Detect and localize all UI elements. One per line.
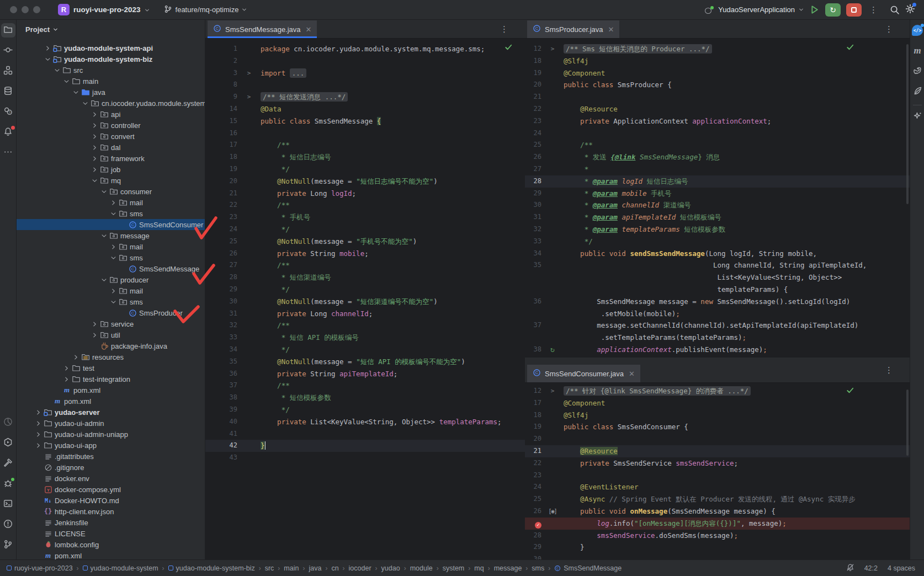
code-line[interactable]: 20public class SmsProducer { bbox=[525, 79, 910, 91]
line-number[interactable] bbox=[525, 308, 541, 320]
code-line[interactable]: 17@Component bbox=[525, 397, 910, 409]
tree-item-lombok.config[interactable]: lombok.config bbox=[17, 539, 205, 550]
tree-item-test-integration[interactable]: test-integration bbox=[17, 374, 205, 385]
breadcrumb-item[interactable]: yudao-module-system-biz bbox=[168, 564, 255, 572]
chevron-right-icon[interactable] bbox=[34, 409, 43, 415]
chevron-right-icon[interactable] bbox=[34, 431, 43, 438]
line-number[interactable]: 32 bbox=[525, 223, 541, 236]
code-line[interactable]: .setMobile(mobile); bbox=[525, 308, 910, 320]
tree-item-convert[interactable]: convert bbox=[17, 131, 205, 142]
close-window-icon[interactable] bbox=[10, 6, 17, 13]
line-number[interactable]: 31 bbox=[525, 211, 541, 223]
rerun-button[interactable]: ↻ bbox=[825, 3, 841, 17]
tree-item-package-info.java[interactable]: package-info.java bbox=[17, 340, 205, 351]
code-line[interactable]: 23 bbox=[525, 470, 910, 482]
code-line[interactable]: 27 /** bbox=[205, 259, 525, 271]
event-listener-icon[interactable]: [◉] bbox=[548, 508, 556, 514]
line-number[interactable]: 22 bbox=[525, 103, 541, 115]
editor-options-icon[interactable]: ⋮ bbox=[500, 24, 508, 34]
search-everywhere-icon[interactable] bbox=[890, 5, 900, 15]
line-number[interactable]: 35 bbox=[205, 356, 237, 368]
line-number[interactable]: 26 bbox=[205, 248, 237, 260]
maven-button[interactable]: m bbox=[910, 44, 924, 58]
tree-item-dal[interactable]: dal bbox=[17, 142, 205, 153]
tree-item-controller[interactable]: controller bbox=[17, 120, 205, 131]
line-number[interactable] bbox=[525, 271, 541, 284]
line-number[interactable]: 43 bbox=[205, 452, 237, 464]
tree-item-cn.iocoder.yudao.module.system[interactable]: cn.iocoder.yudao.module.system bbox=[17, 98, 205, 109]
ai-chat-button[interactable]: </> bbox=[910, 23, 924, 38]
code-line[interactable]: 20 bbox=[525, 433, 910, 445]
gradle-button[interactable] bbox=[910, 64, 924, 78]
code-line[interactable]: ✓ log.info("[onMessage][消息内容({})]", mess… bbox=[525, 518, 910, 530]
line-number[interactable]: 38 bbox=[205, 392, 237, 404]
branch-widget[interactable]: feature/mq-optimize bbox=[164, 5, 247, 15]
line-number[interactable]: 17 bbox=[525, 397, 541, 409]
chevron-right-icon[interactable] bbox=[109, 244, 118, 250]
code-line[interactable]: 22 private SmsSendService smsSendService… bbox=[525, 457, 910, 470]
tree-item-test[interactable]: test bbox=[17, 362, 205, 374]
line-number[interactable]: 37 bbox=[525, 319, 541, 332]
code-line[interactable]: 33 * 短信 API 的模板编号 bbox=[205, 332, 525, 344]
spring-button[interactable] bbox=[910, 84, 924, 99]
line-number[interactable] bbox=[525, 332, 541, 344]
tree-item-http-client.env.json[interactable]: {}http-client.env.json bbox=[17, 506, 205, 517]
run-config-selector[interactable]: YudaoServerApplication bbox=[705, 6, 804, 14]
line-number[interactable]: 12 bbox=[525, 385, 541, 397]
code-line[interactable]: 19 */ bbox=[205, 163, 525, 175]
line-number[interactable]: 22 bbox=[205, 199, 237, 211]
line-number[interactable]: 18 bbox=[525, 409, 541, 422]
chevron-right-icon[interactable] bbox=[90, 156, 99, 162]
breadcrumb-item[interactable]: iocoder bbox=[349, 564, 371, 572]
code-line[interactable]: 26[◉] public void onMessage(SmsSendMessa… bbox=[525, 505, 910, 518]
tree-item-sms[interactable]: sms bbox=[17, 208, 205, 219]
chevron-right-icon[interactable] bbox=[62, 365, 71, 371]
line-number[interactable]: 33 bbox=[205, 332, 237, 344]
recursive-call-icon[interactable]: ↻ bbox=[550, 345, 555, 354]
tree-item-mail[interactable]: mail bbox=[17, 285, 205, 296]
tree-item-sms[interactable]: sms bbox=[17, 252, 205, 263]
chevron-down-icon[interactable] bbox=[109, 255, 118, 261]
tree-item-yudao-ui-app[interactable]: yudao-ui-app bbox=[17, 440, 205, 451]
line-number[interactable]: 26 bbox=[525, 151, 541, 163]
scrollbar-thumb[interactable] bbox=[906, 390, 909, 456]
line-number[interactable]: 24 bbox=[205, 223, 237, 236]
git-branch-button[interactable] bbox=[1, 538, 15, 552]
breadcrumb-item[interactable]: java bbox=[309, 564, 321, 572]
close-icon[interactable]: ✕ bbox=[629, 370, 635, 378]
line-number[interactable]: ✓ bbox=[525, 518, 541, 530]
inspections-ok-icon[interactable] bbox=[846, 43, 854, 51]
line-number[interactable]: 25 bbox=[525, 139, 541, 151]
tree-item-SmsSendConsumer[interactable]: CSmsSendConsumer bbox=[17, 219, 205, 230]
breadcrumb-item[interactable]: CSmsSendMessage bbox=[554, 564, 622, 572]
tree-item-yudao-ui-admin-uniapp[interactable]: yudao-ui-admin-uniapp bbox=[17, 429, 205, 440]
chevron-right-icon[interactable] bbox=[90, 134, 99, 140]
tree-item-yudao-ui-admin[interactable]: yudao-ui-admin bbox=[17, 418, 205, 429]
line-number[interactable]: 33 bbox=[525, 236, 541, 248]
line-number[interactable]: 28 bbox=[205, 271, 237, 284]
line-number[interactable]: 8 bbox=[205, 79, 237, 91]
profiler-button[interactable] bbox=[1, 415, 15, 430]
breadcrumb-item[interactable]: module bbox=[410, 564, 433, 572]
code-line[interactable]: 25 @Async // Spring Event 默认在 Producer 发… bbox=[525, 493, 910, 505]
line-number[interactable] bbox=[525, 284, 541, 296]
code-line[interactable]: 39 */ bbox=[205, 404, 525, 416]
chevron-down-icon[interactable] bbox=[99, 189, 108, 195]
inspections-ok-icon[interactable] bbox=[505, 43, 513, 51]
tree-item-message[interactable]: message bbox=[17, 230, 205, 241]
line-number[interactable]: 20 bbox=[525, 433, 541, 445]
line-number[interactable]: 20 bbox=[205, 175, 237, 188]
breadcrumb-item[interactable]: ruoyi-vue-pro-2023 bbox=[7, 564, 73, 572]
tree-item-yudao-module-system-biz[interactable]: yudao-module-system-biz bbox=[17, 54, 205, 65]
tree-item-framework[interactable]: framework bbox=[17, 153, 205, 164]
line-number[interactable]: 22 bbox=[525, 457, 541, 470]
line-number[interactable]: 9 bbox=[205, 91, 237, 103]
code-line[interactable]: 23 private ApplicationContext applicatio… bbox=[525, 115, 910, 127]
line-number[interactable]: 31 bbox=[205, 308, 237, 320]
code-line[interactable]: 23 * 手机号 bbox=[205, 211, 525, 223]
run-button[interactable] bbox=[809, 4, 820, 15]
code-line[interactable]: 25 @NotNull(message = "手机号不能为空") bbox=[205, 236, 525, 248]
code-line[interactable]: 26 * 发送 {@link SmsSendMessage} 消息 bbox=[525, 151, 910, 163]
line-number[interactable]: 27 bbox=[205, 259, 237, 271]
line-number[interactable]: 30 bbox=[525, 553, 541, 559]
